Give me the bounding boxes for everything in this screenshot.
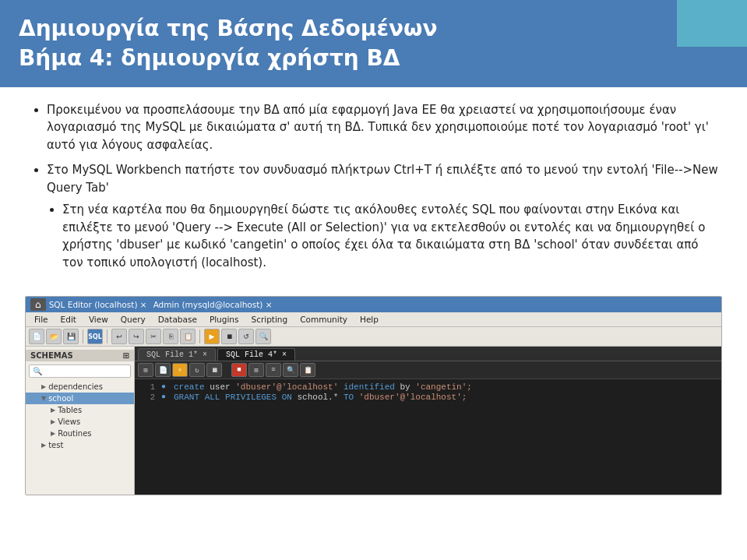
toolbar-sep3 (199, 329, 200, 343)
wb-editor-area: SQL File 1* × SQL File 4* × ⊞ 📄 ⚡ ↻ ⏹ ■ … (135, 347, 721, 495)
workbench-screenshot: ⌂ SQL Editor (localhost) × Admin (mysqld… (25, 296, 722, 495)
editor-btn-7[interactable]: ≡ (266, 363, 281, 377)
sidebar-expand-icon[interactable]: ⊞ (123, 351, 129, 360)
tree-item-tables[interactable]: ▶ Tables (26, 404, 134, 416)
toolbar-paste-btn[interactable]: 📋 (180, 329, 196, 344)
menu-plugins[interactable]: Plugins (204, 314, 245, 325)
editor-btn-2[interactable]: 📄 (155, 363, 171, 377)
toolbar-undo-btn[interactable]: ↩ (111, 329, 127, 344)
toolbar-sql-btn[interactable]: SQL (87, 329, 103, 344)
toolbar-run-btn[interactable]: ▶ (204, 329, 220, 344)
menu-database[interactable]: Database (153, 314, 203, 325)
toolbar-stop-btn[interactable]: ⏹ (221, 329, 237, 344)
home-icon: ⌂ (30, 298, 46, 311)
editor-btn-4[interactable]: ⏹ (206, 363, 222, 377)
toolbar-sep1 (83, 329, 83, 343)
header-title: Δημιουργία της Βάσης Δεδομένων Βήμα 4: δ… (19, 14, 728, 73)
arrow-icon: ▶ (41, 383, 46, 390)
editor-btn-9[interactable]: 📋 (300, 363, 315, 377)
sidebar-search[interactable]: 🔍 (29, 365, 131, 378)
wb-tab-sqleditor[interactable]: SQL Editor (localhost) × (49, 300, 147, 309)
tree-item-school[interactable]: ▼ school (26, 393, 134, 404)
tree-label-tables: Tables (58, 406, 82, 414)
editor-btn-3[interactable]: ↻ (189, 363, 205, 377)
code-line-2: 2 ● GRANT ALL PRIVILEGES ON school.* (139, 393, 717, 402)
sidebar-header: SCHEMAS ⊞ (26, 350, 134, 361)
tree-item-routines[interactable]: ▶ Routines (26, 428, 134, 439)
wb-main: SCHEMAS ⊞ 🔍 ▶ dependencies ▼ school (26, 347, 721, 495)
code-line-1: 1 ● create user 'dbuser'@'localhost' ide… (139, 382, 717, 392)
menu-scripting[interactable]: Scripting (246, 314, 294, 325)
wb-editor-tabs: SQL File 1* × SQL File 4* × (135, 347, 721, 361)
wb-code-area: 1 ● create user 'dbuser'@'localhost' ide… (135, 379, 721, 406)
menu-community[interactable]: Community (294, 314, 353, 325)
tree-item-views[interactable]: ▶ Views (26, 416, 134, 428)
arrow-icon-test: ▶ (41, 442, 46, 449)
bullet-list: Προκειμένου να προσπελάσουμε την ΒΔ από … (25, 101, 722, 272)
header-bar: Δημιουργία της Βάσης Δεδομένων Βήμα 4: δ… (0, 0, 747, 87)
editor-tab-sqlfile1[interactable]: SQL File 1* × (138, 348, 216, 361)
bullet3-text: Στη νέα καρτέλα που θα δημιουργηθεί δώστ… (62, 203, 705, 269)
toolbar-sep2 (107, 329, 107, 343)
toolbar-save-btn[interactable]: 💾 (63, 329, 79, 344)
header-line2: Βήμα 4: δημιουργία χρήστη ΒΔ (19, 45, 400, 71)
menu-view[interactable]: View (83, 314, 114, 325)
toolbar-search-btn[interactable]: 🔍 (255, 329, 271, 344)
wb-window: ⌂ SQL Editor (localhost) × Admin (mysqld… (26, 297, 721, 495)
code-content-1: create user 'dbuser'@'localhost' identif… (174, 382, 472, 392)
toolbar-new-btn[interactable]: 📄 (29, 329, 44, 344)
wb-editor-toolbar: ⊞ 📄 ⚡ ↻ ⏹ ■ ⊞ ≡ 🔍 📋 (135, 361, 721, 379)
editor-btn-run[interactable]: ⚡ (172, 363, 188, 377)
wb-sidebar: SCHEMAS ⊞ 🔍 ▶ dependencies ▼ school (26, 347, 135, 495)
toolbar-copy-btn[interactable]: ⎘ (163, 329, 178, 344)
tree-label-routines: Routines (58, 429, 91, 438)
bullet1-text: Προκειμένου να προσπελάσουμε την ΒΔ από … (47, 103, 709, 152)
toolbar-open-btn[interactable]: 📂 (46, 329, 62, 344)
editor-btn-1[interactable]: ⊞ (138, 363, 153, 377)
code-create: create (174, 382, 205, 392)
bullet2-text: Στο MySQL Workbench πατήστε τον συνδυασμ… (47, 163, 718, 195)
toolbar-cut-btn[interactable]: ✂ (146, 329, 161, 344)
wb-menubar: File Edit View Query Database Plugins Sc… (26, 312, 721, 327)
header-line1: Δημιουργία της Βάσης Δεδομένων (19, 16, 437, 41)
toolbar-redo-btn[interactable]: ↪ (129, 329, 144, 344)
menu-file[interactable]: File (29, 314, 54, 325)
arrow-icon-tables: ▶ (51, 407, 55, 414)
toolbar-refresh-btn[interactable]: ↺ (238, 329, 254, 344)
line-num-1: 1 (139, 382, 155, 392)
line-marker-2: ● (161, 393, 171, 401)
bullet-item-3: Στη νέα καρτέλα που θα δημιουργηθεί δώστ… (62, 201, 722, 271)
slide: Δημιουργία της Βάσης Δεδομένων Βήμα 4: δ… (0, 0, 747, 560)
tree-item-test[interactable]: ▶ test (26, 439, 134, 451)
line-marker-1: ● (161, 382, 171, 391)
search-icon: 🔍 (33, 367, 42, 375)
arrow-icon-routines: ▶ (51, 430, 55, 437)
editor-btn-6[interactable]: ⊞ (248, 363, 264, 377)
bullet-item-1: Προκειμένου να προσπελάσουμε την ΒΔ από … (47, 101, 722, 154)
content-area: Προκειμένου να προσπελάσουμε την ΒΔ από … (0, 87, 747, 287)
menu-help[interactable]: Help (354, 314, 384, 325)
editor-btn-5[interactable]: ■ (231, 363, 247, 377)
menu-edit[interactable]: Edit (55, 314, 82, 325)
editor-tab-sqlfile4[interactable]: SQL File 4* × (217, 348, 295, 361)
wb-toolbar: 📄 📂 💾 SQL ↩ ↪ ✂ ⎘ 📋 ▶ ⏹ ↺ 🔍 (26, 327, 721, 347)
tree-label-dependencies: dependencies (48, 382, 103, 391)
code-content-2: GRANT ALL PRIVILEGES ON school.* TO (174, 393, 467, 402)
tree-label-school: school (48, 394, 73, 403)
tree-label-test: test (48, 441, 63, 449)
tree-label-views: Views (58, 417, 80, 426)
line-num-2: 2 (139, 393, 155, 402)
wb-tab-admin[interactable]: Admin (mysqld@localhost) × (153, 300, 273, 309)
sidebar-title: SCHEMAS (30, 351, 73, 360)
tree-item-dependencies[interactable]: ▶ dependencies (26, 381, 134, 393)
bullet-item-2: Στο MySQL Workbench πατήστε τον συνδυασμ… (47, 161, 722, 271)
arrow-icon-views: ▶ (51, 418, 55, 425)
menu-query[interactable]: Query (115, 314, 151, 325)
arrow-icon-school: ▼ (41, 395, 46, 402)
editor-btn-8[interactable]: 🔍 (283, 363, 298, 377)
wb-titlebar: ⌂ SQL Editor (localhost) × Admin (mysqld… (26, 297, 721, 312)
